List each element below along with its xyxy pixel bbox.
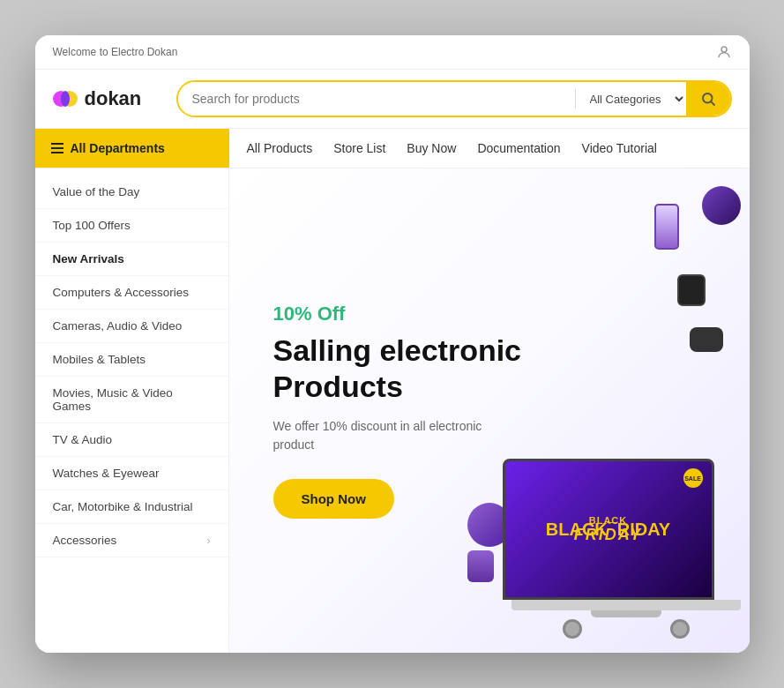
welcome-text: Welcome to Electro Dokan bbox=[53, 46, 178, 58]
wheel-left bbox=[563, 619, 582, 639]
watch-gadget-icon bbox=[677, 274, 706, 306]
sidebar-item-computers[interactable]: Computers & Accessories bbox=[35, 276, 228, 310]
content-area: Value of the Day Top 100 Offers New Arri… bbox=[35, 168, 750, 653]
sidebar-item-watches[interactable]: Watches & Eyewear bbox=[35, 457, 228, 490]
browser-window: Welcome to Electro Dokan dokan All Categ… bbox=[35, 35, 750, 653]
chevron-right-icon: › bbox=[207, 535, 211, 547]
sidebar-item-tv-audio[interactable]: TV & Audio bbox=[35, 423, 228, 457]
sidebar-item-cameras[interactable]: Cameras, Audio & Video bbox=[35, 310, 228, 343]
sidebar-item-value-of-day[interactable]: Value of the Day bbox=[35, 176, 228, 209]
search-icon bbox=[700, 91, 716, 107]
laptop-illustration: BLACK FRIDAY SALE bbox=[503, 459, 750, 635]
all-departments-button[interactable]: All Departments bbox=[35, 129, 229, 168]
sidebar-item-top-100-offers[interactable]: Top 100 Offers bbox=[35, 209, 228, 243]
laptop-base bbox=[511, 600, 741, 610]
hero-image-area: BLACK FRIDAY SALE bbox=[397, 168, 750, 653]
nav-links: All Products Store List Buy Now Document… bbox=[229, 129, 675, 168]
search-bar: All Categories Computers Cameras Mobiles… bbox=[176, 80, 732, 117]
sidebar-item-car[interactable]: Car, Motorbike & Industrial bbox=[35, 490, 228, 524]
header: dokan All Categories Computers Cameras M… bbox=[35, 70, 750, 129]
laptop-screen: BLACK FRIDAY SALE bbox=[503, 459, 714, 600]
search-input[interactable] bbox=[178, 82, 575, 116]
menu-icon bbox=[51, 143, 63, 153]
svg-point-3 bbox=[61, 91, 70, 107]
sidebar-item-movies[interactable]: Movies, Music & Video Games bbox=[35, 377, 228, 423]
main-content: 10% Off Salling electronic Products We o… bbox=[229, 168, 750, 653]
logo-text: dokan bbox=[85, 87, 142, 110]
sidebar-item-mobiles[interactable]: Mobiles & Tablets bbox=[35, 343, 228, 377]
sidebar-item-accessories[interactable]: Accessories › bbox=[35, 524, 228, 557]
sidebar-item-new-arrivals[interactable]: New Arrivals bbox=[35, 243, 228, 276]
nav-link-store-list[interactable]: Store List bbox=[333, 141, 385, 155]
sale-badge: SALE bbox=[683, 468, 703, 488]
sidebar: Value of the Day Top 100 Offers New Arri… bbox=[35, 168, 229, 653]
top-bar-right bbox=[716, 44, 732, 60]
nav-bar: All Departments All Products Store List … bbox=[35, 129, 750, 168]
svg-line-5 bbox=[711, 101, 714, 105]
svg-point-4 bbox=[703, 93, 713, 103]
top-bar: Welcome to Electro Dokan bbox=[35, 35, 750, 70]
nav-link-video-tutorial[interactable]: Video Tutorial bbox=[582, 141, 657, 155]
shop-now-button[interactable]: Shop Now bbox=[273, 479, 394, 519]
nav-link-buy-now[interactable]: Buy Now bbox=[407, 141, 456, 155]
all-departments-label: All Departments bbox=[71, 141, 165, 155]
svg-point-0 bbox=[721, 47, 727, 52]
phone-gadget-icon bbox=[654, 204, 679, 250]
laptop-text-black: BLACK bbox=[574, 515, 643, 526]
wheel-right bbox=[670, 619, 690, 639]
speaker-gadget-icon bbox=[467, 550, 494, 582]
logo[interactable]: dokan bbox=[53, 86, 159, 111]
nav-link-documentation[interactable]: Documentation bbox=[477, 141, 560, 155]
logo-icon bbox=[53, 86, 78, 111]
laptop-stand bbox=[591, 610, 661, 617]
controller-gadget-icon bbox=[690, 327, 723, 352]
hero-banner: 10% Off Salling electronic Products We o… bbox=[229, 168, 750, 653]
user-icon bbox=[716, 44, 732, 60]
laptop-text-friday: FRIDAY bbox=[574, 526, 643, 544]
category-select[interactable]: All Categories Computers Cameras Mobiles… bbox=[576, 82, 686, 116]
headphone-right-icon bbox=[702, 186, 741, 225]
search-button[interactable] bbox=[686, 82, 730, 116]
laptop-wheels bbox=[503, 619, 750, 639]
nav-link-all-products[interactable]: All Products bbox=[247, 141, 313, 155]
